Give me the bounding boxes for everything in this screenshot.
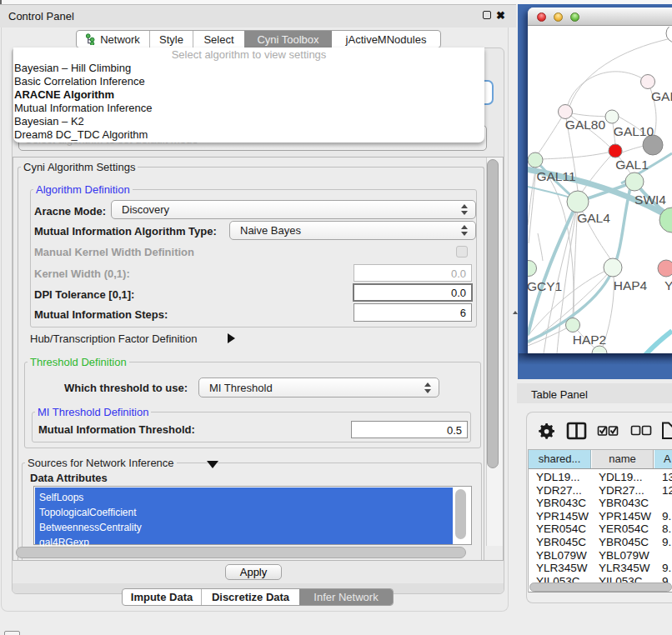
svg-text:GAL: GAL: [651, 89, 672, 103]
svg-text:HAP4: HAP4: [614, 278, 648, 292]
svg-text:GAL4: GAL4: [577, 211, 610, 225]
svg-text:GAL10: GAL10: [614, 124, 654, 138]
svg-text:GCY1: GCY1: [528, 279, 562, 293]
svg-text:YD: YD: [664, 278, 672, 292]
svg-text:GAL11: GAL11: [536, 169, 575, 183]
svg-text:GAL80: GAL80: [565, 118, 606, 132]
svg-text:HAP2: HAP2: [573, 332, 607, 347]
svg-text:SWI4: SWI4: [634, 192, 666, 207]
svg-text:GAL1: GAL1: [615, 158, 649, 172]
